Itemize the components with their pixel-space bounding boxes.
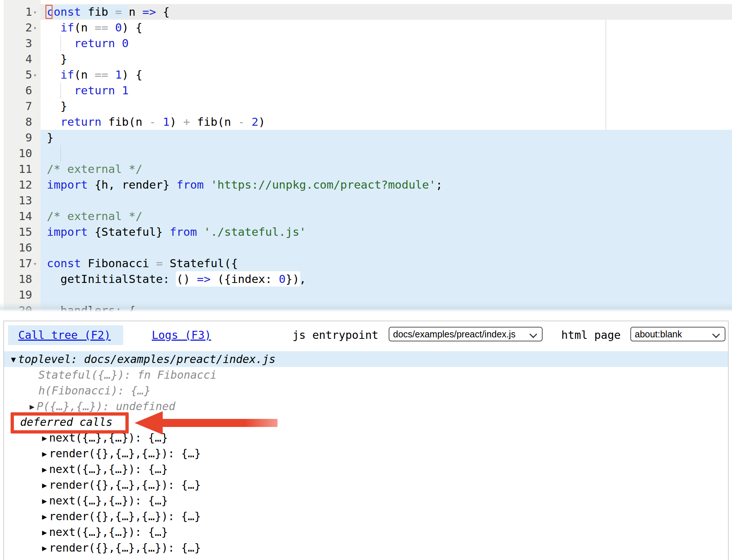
token: 1 <box>163 115 170 128</box>
code-line-1[interactable]: const fib = n => { <box>41 4 732 20</box>
call-tree-row[interactable]: ▶next({…},{…}): {…} <box>4 524 728 540</box>
gutter-line-13[interactable]: 13 <box>4 193 41 208</box>
fold-arrow-icon[interactable]: ▾ <box>32 20 41 36</box>
gutter-line-10[interactable]: 10 <box>4 145 41 161</box>
code-line-16[interactable] <box>41 240 732 256</box>
text-cursor <box>45 5 53 19</box>
collapsed-arrow-icon[interactable]: ▶ <box>42 434 47 443</box>
gutter-line-3[interactable]: 3 <box>4 35 41 51</box>
line-number: 14 <box>4 208 32 224</box>
code-line-14[interactable]: /* external */ <box>41 208 732 224</box>
call-tree-row[interactable]: h(Fibonacci): {…} <box>4 383 728 398</box>
gutter-line-19[interactable]: 19 <box>4 287 41 303</box>
code-line-15[interactable]: import {Stateful} from './stateful.js' <box>41 224 732 240</box>
tab-logs[interactable]: Logs (F3) <box>152 325 211 345</box>
collapsed-arrow-icon[interactable]: ▶ <box>42 449 47 458</box>
gutter-line-5[interactable]: 5▾ <box>4 67 41 83</box>
code-line-4[interactable]: } <box>41 51 732 67</box>
collapsed-arrow-icon[interactable]: ▶ <box>42 512 47 521</box>
call-tree-row[interactable]: ▶next({…},{…}): {…} <box>4 493 728 508</box>
code-line-7[interactable]: } <box>41 98 732 114</box>
code-line-6[interactable]: return 1 <box>41 83 732 98</box>
call-tree-row[interactable]: ▼toplevel: docs/examples/preact/index.js <box>4 351 728 367</box>
token: ({index: <box>211 272 279 285</box>
line-number: 17 <box>4 256 32 271</box>
token: 1 <box>122 84 129 97</box>
call-tree-row-label: toplevel: docs/examples/preact/index.js <box>18 353 275 366</box>
gutter-line-16[interactable]: 16 <box>4 240 41 256</box>
gutter-line-17[interactable]: 17▾ <box>4 256 41 271</box>
line-number: 11 <box>4 161 32 177</box>
code-line-19[interactable] <box>41 287 732 303</box>
code-line-9[interactable]: } <box>41 130 732 145</box>
call-tree-row-label: Stateful({…}): fn Fibonacci <box>38 368 217 381</box>
call-tree-row[interactable]: ▶render({},{…},{…}): {…} <box>4 508 728 524</box>
gutter-line-9[interactable]: 9 <box>4 130 41 145</box>
html-page-select[interactable]: about:blank <box>630 327 725 341</box>
line-number: 9 <box>4 130 32 145</box>
gutter-line-11[interactable]: 11 <box>4 161 41 177</box>
token: == <box>95 21 108 34</box>
tab-call-tree[interactable]: Call tree (F2) <box>8 325 123 345</box>
collapsed-arrow-icon[interactable]: ▶ <box>42 528 47 537</box>
call-tree-row-label: render({},{…},{…}): {…} <box>49 478 201 491</box>
token: } <box>47 52 67 65</box>
tab-logs-link[interactable]: Logs (F3) <box>152 329 211 341</box>
code-line-5[interactable]: if(n == 1) { <box>41 67 732 83</box>
gutter-line-4[interactable]: 4 <box>4 51 41 67</box>
fold-arrow-icon[interactable]: ▾ <box>32 4 41 20</box>
code-editor[interactable]: 1▾2▾345▾67891011121314151617▾181920 cons… <box>0 0 732 312</box>
token <box>108 21 115 34</box>
line-number: 4 <box>4 51 32 67</box>
call-tree-row[interactable]: Stateful({…}): fn Fibonacci <box>4 367 728 383</box>
call-tree-row[interactable]: ▶render({},{…},{…}): {…} <box>4 477 728 493</box>
call-tree-row[interactable]: deferred calls <box>4 414 728 430</box>
gutter-line-14[interactable]: 14 <box>4 208 41 224</box>
unexecuted-expression-box: () => ({index: 0}) <box>176 271 300 287</box>
call-tree-row-label: render({},{…},{…}): {…} <box>49 541 201 554</box>
gutter-line-15[interactable]: 15 <box>4 224 41 240</box>
code-line-18[interactable]: getInitialState: () => ({index: 0}), <box>41 271 732 287</box>
code-line-13[interactable] <box>41 193 732 208</box>
fold-arrow-icon[interactable]: ▾ <box>32 67 41 83</box>
expanded-arrow-icon[interactable]: ▼ <box>11 355 16 364</box>
line-number: 1 <box>4 4 32 20</box>
gutter-line-8[interactable]: 8 <box>4 114 41 130</box>
line-number: 6 <box>4 83 32 98</box>
gutter-line-18[interactable]: 18 <box>4 271 41 287</box>
gutter-line-6[interactable]: 6 <box>4 83 41 98</box>
gutter-line-12[interactable]: 12 <box>4 177 41 193</box>
call-tree-row[interactable]: ▶render({},{…},{…}): {…} <box>4 446 728 461</box>
token: ) <box>170 115 183 128</box>
call-tree-row[interactable]: ▶P({…},{…}): undefined <box>4 398 728 414</box>
gutter-line-7[interactable]: 7 <box>4 98 41 114</box>
code-line-2[interactable]: if(n == 0) { <box>41 20 732 35</box>
code-line-3[interactable]: return 0 <box>41 35 732 51</box>
code-line-10[interactable] <box>41 145 732 161</box>
code-area[interactable]: const fib = n => { if(n == 0) { return 0… <box>41 4 732 312</box>
collapsed-arrow-icon[interactable]: ▶ <box>42 544 47 553</box>
call-tree-row[interactable]: ▶next({…},{…}): {…} <box>4 430 728 446</box>
call-tree-row-label: render({},{…},{…}): {…} <box>49 447 201 460</box>
code-line-12[interactable]: import {h, render} from 'https://unpkg.c… <box>41 177 732 193</box>
call-tree-row-label: render({},{…},{…}): {…} <box>49 510 201 523</box>
collapsed-arrow-icon[interactable]: ▶ <box>30 402 34 411</box>
js-entrypoint-select[interactable]: docs/examples/preact/index.js <box>389 327 543 341</box>
tab-call-tree-link[interactable]: Call tree (F2) <box>18 329 111 341</box>
gutter-line-2[interactable]: 2▾ <box>4 20 41 35</box>
js-entrypoint-value: docs/examples/preact/index.js <box>393 329 516 339</box>
fold-arrow-icon[interactable]: ▾ <box>32 256 41 272</box>
code-line-17[interactable]: const Fibonacci = Stateful({ <box>41 256 732 271</box>
collapsed-arrow-icon[interactable]: ▶ <box>42 465 47 474</box>
call-tree-row-label: next({…},{…}): {…} <box>49 463 168 476</box>
token: n <box>129 5 142 18</box>
code-line-11[interactable]: /* external */ <box>41 161 732 177</box>
collapsed-arrow-icon[interactable]: ▶ <box>42 481 47 490</box>
call-tree-row[interactable]: ▶next({…},{…}): {…} <box>4 461 728 477</box>
code-line-8[interactable]: return fib(n - 1) + fib(n - 2) <box>41 114 732 130</box>
token: } <box>47 99 67 113</box>
collapsed-arrow-icon[interactable]: ▶ <box>42 496 47 506</box>
call-tree-row[interactable]: ▶render({},{…},{…}): {…} <box>4 540 728 556</box>
gutter-line-1[interactable]: 1▾ <box>4 4 41 20</box>
token: 1 <box>115 68 122 81</box>
